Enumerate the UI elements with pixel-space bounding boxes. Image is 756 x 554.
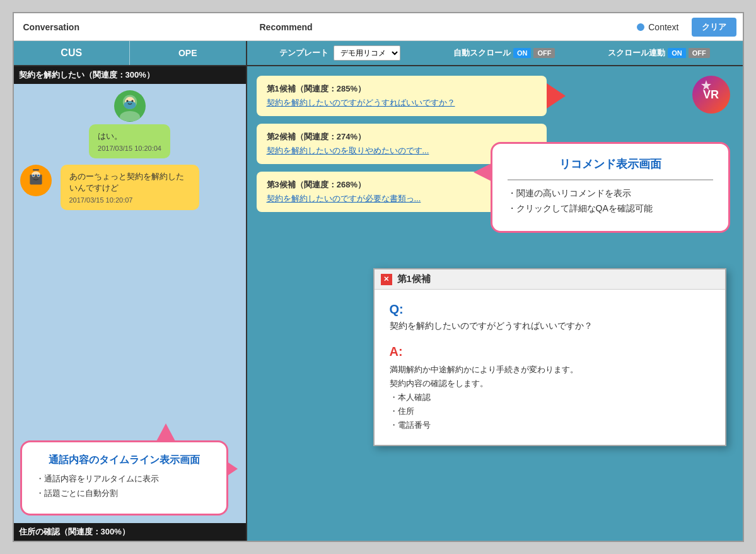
card1-title: 第1候補（関連度：285%） — [267, 83, 537, 95]
svg-point-1 — [120, 111, 140, 121]
customer-bubble-arrow — [91, 175, 97, 185]
right-tooltip-title: リコメンド表示画面 — [508, 156, 713, 172]
popup-title: 第1候補 — [397, 273, 431, 285]
svg-point-13 — [37, 174, 39, 176]
detail-popup: ✕ 第1候補 Q: 契約を解約したいのですがどうすればいいですか？ A: 満期解… — [373, 268, 726, 446]
a-label: A: — [390, 345, 710, 359]
recommend-card-1[interactable]: 第1候補（関連度：285%） 契約を解約したいのですがどうすればいいですか？ — [257, 76, 547, 116]
auto-scroll-group: 自動スクロール ON OFF — [453, 47, 555, 59]
template-select[interactable]: デモ用リコメ — [334, 45, 400, 61]
auto-scroll-on-button[interactable]: ON — [513, 48, 532, 58]
left-tooltip-item2: ・話題ごとに自動分割 — [36, 488, 212, 499]
left-panel: 契約を解約したい（関連度：300%） — [14, 66, 247, 541]
card2-title: 第2候補（関連度：274%） — [267, 131, 537, 143]
agent-message-container: はい。 2017/03/15 10:20:04 — [20, 90, 240, 158]
agent-bubble: はい。 2017/03/15 10:20:04 — [89, 124, 170, 158]
clear-button[interactable]: クリア — [692, 18, 736, 37]
left-tooltip-top-arrow — [156, 423, 176, 442]
svg-point-4 — [126, 100, 128, 102]
right-tooltip-item2: ・クリックして詳細なQAを確認可能 — [508, 203, 713, 215]
main-content: 契約を解約したい（関連度：300%） — [14, 66, 743, 541]
left-tooltip-item1: ・通話内容をリアルタイムに表示 — [36, 473, 212, 485]
tooltip-divider — [508, 179, 713, 180]
customer-msg-time: 2017/03/15 10:20:07 — [69, 196, 190, 204]
header-context: Context — [637, 22, 678, 32]
card1-arrow — [547, 83, 566, 109]
recommend-area: VR 第1候補（関連度：285%） 契約を解約したいのですがどうすればいいですか… — [247, 66, 743, 541]
right-tooltip-item1: ・関連の高いリコメンドを表示 — [508, 188, 713, 199]
card1-link[interactable]: 契約を解約したいのですがどうすればいいですか？ — [267, 97, 537, 109]
svg-point-7 — [26, 186, 46, 196]
svg-rect-9 — [30, 174, 42, 184]
q-text: 契約を解約したいのですがどうすればいいですか？ — [390, 321, 710, 332]
header-recommend-label: Recommend — [253, 22, 637, 32]
topic-bar-1: 契約を解約したい（関連度：300%） — [14, 66, 246, 84]
svg-marker-15 — [701, 80, 711, 90]
cus-tab[interactable]: CUS — [14, 41, 131, 65]
customer-message-container: あのーちょっと契約を解約したいんですけど 2017/03/15 10:20:07 — [20, 165, 240, 210]
scroll-link-group: スクロール連動 ON OFF — [608, 47, 710, 59]
agent-msg-time: 2017/03/15 10:20:04 — [98, 144, 161, 152]
topic-bar-2: 住所の確認（関連度：300%） — [14, 523, 246, 541]
svg-point-12 — [32, 174, 34, 176]
ope-tab[interactable]: OPE — [130, 41, 246, 65]
scroll-link-label: スクロール連動 — [608, 47, 665, 59]
star-icon — [700, 79, 712, 91]
sub-header-controls: テンプレート デモ用リコメ 自動スクロール ON OFF スクロール連動 ON … — [247, 41, 743, 65]
customer-bubble: あのーちょっと契約を解約したいんですけど 2017/03/15 10:20:07 — [61, 165, 199, 210]
popup-header: ✕ 第1候補 — [375, 269, 725, 290]
sub-header: CUS OPE テンプレート デモ用リコメ 自動スクロール ON OFF スクロ… — [14, 41, 743, 66]
template-group: テンプレート デモ用リコメ — [279, 45, 400, 61]
left-tooltip-title: 通話内容のタイムライン表示画面 — [36, 454, 212, 467]
a-text: 満期解約か中途解約かにより手続きが変わります。 契約内容の確認をします。 ・本人… — [390, 363, 710, 432]
agent-avatar-icon — [115, 91, 145, 121]
customer-avatar-icon — [21, 165, 51, 196]
left-tooltip: 通話内容のタイムライン表示画面 ・通話内容をリアルタイムに表示 ・話題ごとに自動… — [20, 440, 228, 516]
auto-scroll-off-button[interactable]: OFF — [533, 48, 555, 58]
template-label: テンプレート — [279, 47, 329, 59]
sub-header-cus-ope: CUS OPE — [14, 41, 247, 65]
popup-close-button[interactable]: ✕ — [381, 274, 392, 285]
right-tooltip: リコメンド表示画面 ・関連の高いリコメンドを表示 ・クリックして詳細なQAを確認… — [491, 142, 730, 233]
customer-avatar — [20, 165, 52, 196]
svg-point-3 — [124, 101, 136, 109]
svg-point-5 — [131, 100, 133, 102]
header-bar: Conversation Recommend Context クリア — [14, 13, 743, 41]
vr-logo: VR — [692, 76, 730, 114]
auto-scroll-label: 自動スクロール — [453, 47, 511, 59]
scroll-link-off-button[interactable]: OFF — [689, 48, 710, 58]
agent-avatar — [114, 90, 146, 122]
right-panel: VR 第1候補（関連度：285%） 契約を解約したいのですがどうすればいいですか… — [247, 66, 743, 541]
context-radio[interactable] — [637, 23, 644, 31]
header-conversation-label: Conversation — [20, 22, 253, 32]
scroll-link-on-button[interactable]: ON — [668, 48, 686, 58]
q-label: Q: — [390, 302, 710, 317]
popup-body: Q: 契約を解約したいのですがどうすればいいですか？ A: 満期解約か中途解約か… — [375, 290, 725, 445]
